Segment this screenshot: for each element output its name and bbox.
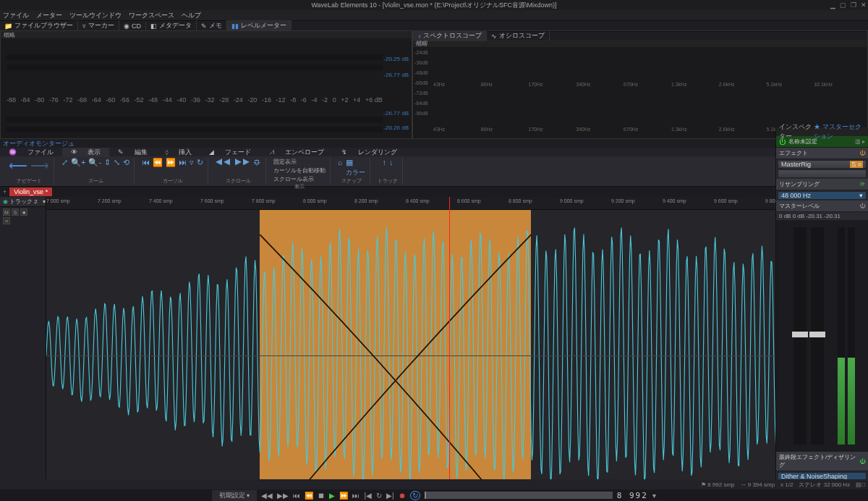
tab-metadata[interactable]: ◧メタデータ bbox=[146, 20, 197, 31]
restore-icon[interactable]: ❐ bbox=[851, 1, 856, 9]
stop-icon[interactable]: ⏹ bbox=[318, 492, 325, 500]
resample-header[interactable]: リサンプリング ⟳ bbox=[776, 179, 868, 190]
zoom-reset-icon[interactable]: ⟲ bbox=[123, 158, 129, 167]
track-header[interactable]: ◉ トラック 2 ▾ bbox=[0, 197, 46, 207]
ribbon-tab-view[interactable]: 👁 表示 bbox=[62, 148, 110, 157]
fader-handle-r[interactable] bbox=[809, 332, 825, 337]
record-icon[interactable]: ⏺ bbox=[399, 492, 406, 500]
fader-l[interactable] bbox=[793, 227, 807, 445]
zoom-v-icon[interactable]: ⇕ bbox=[104, 158, 111, 167]
next-marker-icon[interactable]: ▶| bbox=[386, 492, 394, 500]
ribbon-tab-fade[interactable]: ◢ フェード bbox=[200, 148, 260, 157]
scroll-center-icon[interactable]: ⯐ bbox=[253, 158, 261, 167]
track-collapse-icon[interactable]: ◉ bbox=[3, 198, 8, 205]
preset-menu-icon[interactable]: ▥ ▸ bbox=[855, 138, 865, 145]
transport-preset[interactable]: 初期設定 ▾ bbox=[212, 490, 257, 501]
mute-button[interactable]: M bbox=[3, 209, 10, 216]
track-up-icon[interactable]: ↑ bbox=[383, 158, 387, 167]
cursor-loop-icon[interactable]: ↻ bbox=[197, 158, 203, 167]
minimize-icon[interactable]: ▁ bbox=[830, 1, 835, 9]
menu-workspace[interactable]: ワークスペース bbox=[129, 11, 174, 20]
effects-header[interactable]: エフェクト ⏻ bbox=[776, 148, 868, 159]
level-icon: ▮▮ bbox=[231, 22, 239, 30]
masterlevel-power-icon[interactable]: ⏻ bbox=[859, 203, 865, 209]
masterlevel-header[interactable]: マスターレベル ⏻ bbox=[776, 201, 868, 212]
display-opt-autocursor[interactable]: カーソルを自動移動 bbox=[273, 167, 326, 174]
power-icon[interactable]: ⏻ bbox=[779, 138, 786, 146]
file-tab-active[interactable]: Violin_vse * bbox=[9, 188, 52, 196]
ffwd-icon[interactable]: ⏩ bbox=[339, 492, 348, 500]
track-menu-icon[interactable]: ▾ bbox=[43, 198, 46, 205]
tab-memo[interactable]: ✎メモ bbox=[197, 20, 227, 31]
display-opt-scroll[interactable]: スクロール表示 bbox=[273, 175, 326, 183]
close-icon[interactable]: ✕ bbox=[861, 1, 867, 9]
solo-button[interactable]: S bbox=[12, 209, 19, 216]
waveform-area[interactable]: 7 000 smp7 200 smp7 400 smp7 600 smp7 80… bbox=[46, 197, 868, 501]
time-counter[interactable]: 8 992 bbox=[617, 491, 648, 500]
zoom-full-icon[interactable]: ⤡ bbox=[114, 158, 120, 167]
goto-end-icon[interactable]: ⏭ bbox=[352, 492, 359, 500]
effect-edit-icon[interactable]: S ≡ bbox=[850, 161, 863, 168]
resample-value[interactable]: 48 000 Hz ▾ bbox=[778, 191, 867, 200]
tab-marker[interactable]: ▿マーカー bbox=[78, 20, 119, 31]
tab-levelmeter[interactable]: ▮▮レベルメーター bbox=[227, 20, 292, 31]
ribbon-tab-edit[interactable]: ✎ 編集 bbox=[109, 148, 156, 157]
cursor-next-icon[interactable]: ⏩ bbox=[166, 158, 176, 167]
goto-start-icon[interactable]: ⏮ bbox=[293, 492, 300, 500]
jog-fwd-icon[interactable]: ▶▶ bbox=[277, 492, 289, 500]
jog-back-icon[interactable]: ◀◀ bbox=[261, 492, 273, 500]
play-icon[interactable]: ▶ bbox=[329, 492, 335, 500]
loop-mode-icon[interactable]: ↻ bbox=[410, 491, 420, 500]
cursor-start-icon[interactable]: ⏮ bbox=[142, 158, 150, 167]
tab-cd[interactable]: ◉CD bbox=[119, 22, 146, 30]
scroll-left-icon[interactable]: ⯇⯇ bbox=[216, 158, 231, 167]
transport-slider[interactable] bbox=[425, 492, 613, 499]
ribbon-tab-file[interactable]: ♒ ファイル bbox=[0, 148, 62, 157]
menu-toolwindow[interactable]: ツールウインドウ bbox=[69, 11, 122, 20]
loop-icon[interactable]: ↻ bbox=[376, 492, 382, 500]
final-power-icon[interactable]: ⏻ bbox=[859, 458, 865, 465]
ribbon-tab-envelope[interactable]: ⩘ エンベロープ bbox=[260, 148, 333, 157]
zoom-in-icon[interactable]: 🔍+ bbox=[71, 158, 85, 167]
track-fx-icon[interactable]: ≡ bbox=[3, 217, 10, 224]
counter-menu-icon[interactable]: ▾ bbox=[652, 492, 656, 500]
zoom-sel-icon[interactable]: ⤢ bbox=[61, 158, 68, 167]
menu-meter[interactable]: メーター bbox=[36, 11, 62, 20]
resample-power-icon[interactable]: ⟳ bbox=[860, 181, 865, 188]
snap-magnet-icon[interactable]: ⌕ bbox=[338, 158, 343, 177]
ribbon-tab-render[interactable]: ↯ レンダリング bbox=[333, 148, 406, 157]
resample-dropdown-icon[interactable]: ▾ bbox=[859, 192, 863, 199]
final-effects-header[interactable]: 最終段エフェクト/ディザリング ⏻ bbox=[776, 452, 868, 471]
cursor-end-icon[interactable]: ⏭ bbox=[179, 158, 187, 167]
effect-slot-empty[interactable] bbox=[778, 169, 867, 178]
nav-fwd-icon[interactable]: ⟶ bbox=[30, 158, 49, 174]
status-format: ステレオ 32 000 Hz bbox=[799, 481, 850, 489]
record-button[interactable]: ■ bbox=[20, 209, 27, 216]
playhead[interactable] bbox=[449, 197, 450, 501]
status-opts-icon[interactable]: ▤□ bbox=[856, 481, 865, 488]
maximize-icon[interactable]: ▢ bbox=[840, 1, 846, 9]
zoom-out-icon[interactable]: 🔍- bbox=[88, 158, 101, 167]
scroll-right-icon[interactable]: ⯈⯈ bbox=[234, 158, 250, 167]
add-tab-icon[interactable]: + bbox=[0, 188, 9, 195]
cursor-marker-icon[interactable]: ▿ bbox=[190, 158, 194, 167]
status-zoom[interactable]: x 1/2 bbox=[780, 481, 793, 488]
level-meter-panel: 概略 -88-84-80-76-72-68-64-60-56-52-48-44-… bbox=[0, 30, 412, 139]
rewind-icon[interactable]: ⏪ bbox=[305, 492, 313, 500]
prev-marker-icon[interactable]: |◀ bbox=[364, 492, 372, 500]
snap-color-icon[interactable]: ▦カラー bbox=[346, 158, 365, 177]
menu-help[interactable]: ヘルプ bbox=[182, 11, 201, 20]
fader-handle-l[interactable] bbox=[792, 332, 808, 337]
cursor-prev-icon[interactable]: ⏪ bbox=[153, 158, 163, 167]
ribbon-tab-insert[interactable]: ⎀ 挿入 bbox=[156, 148, 201, 157]
tab-filebrowser[interactable]: 📁ファイルブラウザー bbox=[0, 20, 78, 31]
timeline-ruler[interactable]: 7 000 smp7 200 smp7 400 smp7 600 smp7 80… bbox=[46, 197, 868, 210]
menu-file[interactable]: ファイル bbox=[3, 11, 29, 20]
effects-power-icon[interactable]: ⏻ bbox=[859, 150, 865, 156]
effect-slot-1[interactable]: MasterRig S ≡ bbox=[778, 160, 867, 169]
fader-r[interactable] bbox=[811, 227, 824, 445]
track-down-icon[interactable]: ↓ bbox=[389, 158, 393, 167]
nav-back-icon[interactable]: ⟵ bbox=[9, 158, 27, 174]
display-opt-fixed[interactable]: 固定表示 bbox=[273, 158, 326, 166]
level-ruler: -88-84-80-76-72-68-64-60-56-52-48-44-40-… bbox=[7, 96, 383, 104]
